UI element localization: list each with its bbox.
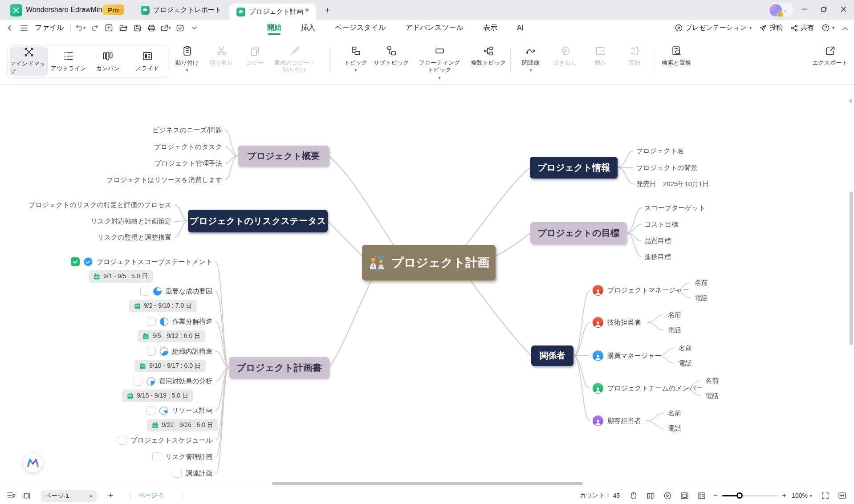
topic-leaf[interactable]: プロジェクト管理手法 bbox=[155, 159, 222, 168]
zoom-slider[interactable] bbox=[722, 492, 777, 499]
tab-insert[interactable]: 挿入 bbox=[301, 20, 315, 36]
presentation-button[interactable]: プレゼンテーション ▾ bbox=[675, 24, 752, 32]
task-date-badge[interactable]: 9/1 - 9/5 : 5.0 日 bbox=[89, 270, 153, 283]
view-outline[interactable]: アウトライン bbox=[49, 47, 88, 76]
checkbox-empty-icon[interactable] bbox=[147, 317, 156, 326]
task-date-badge[interactable]: 9/5 - 9/12 : 6.0 日 bbox=[138, 330, 205, 342]
progress-100-icon[interactable] bbox=[84, 257, 93, 266]
tab-start[interactable]: 開始 bbox=[267, 20, 281, 36]
share-export-icon[interactable]: ▾ bbox=[159, 21, 173, 35]
task-row[interactable]: 調達計画 bbox=[173, 469, 212, 478]
topic-leaf[interactable]: プロジェクトのリスクの特定と評価のプロセス bbox=[28, 201, 171, 209]
collapse-ribbon-icon[interactable] bbox=[842, 24, 848, 32]
checkbox-empty-icon[interactable] bbox=[140, 287, 149, 296]
contact-phone-leaf[interactable]: 電話 bbox=[695, 294, 708, 302]
stakeholder-row[interactable]: 技術担当者 bbox=[593, 317, 641, 328]
vertical-scrollbar[interactable] bbox=[850, 191, 853, 345]
topic-leaf[interactable]: リスクの監視と調整措置 bbox=[97, 233, 171, 242]
back-icon[interactable] bbox=[3, 21, 17, 35]
checkbox-empty-icon[interactable] bbox=[173, 469, 182, 478]
view-kanban[interactable]: カンバン bbox=[89, 47, 127, 76]
branch-node-overview[interactable]: プロジェクト概要 bbox=[238, 146, 329, 166]
progress-37-icon[interactable] bbox=[160, 347, 168, 356]
contact-phone-leaf[interactable]: 電話 bbox=[679, 359, 692, 368]
chevron-down-icon[interactable]: ▾ bbox=[83, 25, 85, 30]
task-row[interactable]: リソース計画 bbox=[146, 406, 212, 415]
tab-view[interactable]: 表示 bbox=[483, 20, 497, 36]
page-tab[interactable]: ページ-1 bbox=[139, 492, 163, 500]
post-button[interactable]: 投稿 bbox=[760, 24, 783, 32]
topic-leaf[interactable]: 進捗目標 bbox=[644, 253, 671, 261]
subtopic-button[interactable]: サブトピック bbox=[370, 45, 413, 66]
collapse-panel-chevron-icon[interactable]: ‹ bbox=[849, 95, 852, 106]
play-presentation-icon[interactable] bbox=[660, 489, 675, 502]
topic-leaf[interactable]: プロジェクト名 bbox=[636, 147, 684, 155]
stakeholder-row[interactable]: プロジェクトチームのメンバー bbox=[593, 383, 703, 394]
fit-window-icon[interactable] bbox=[677, 489, 692, 502]
topic-leaf[interactable]: リスク対応戦略と計画策定 bbox=[91, 217, 171, 226]
task-date-badge[interactable]: 9/22 - 9/26 : 5.0 日 bbox=[147, 419, 218, 431]
new-tab-button[interactable]: + bbox=[321, 4, 333, 16]
contact-phone-leaf[interactable]: 電話 bbox=[668, 326, 681, 334]
topic-leaf[interactable]: 品質目標 bbox=[644, 237, 671, 245]
save-icon[interactable] bbox=[130, 21, 145, 35]
checkbox-empty-icon[interactable] bbox=[152, 452, 161, 461]
task-row[interactable]: 重要な成功要因 bbox=[140, 287, 212, 296]
minimize-button[interactable] bbox=[794, 0, 814, 18]
topic-leaf[interactable]: スコープターゲット bbox=[644, 204, 705, 212]
fit-width-icon[interactable] bbox=[834, 489, 850, 502]
close-button[interactable] bbox=[834, 0, 853, 18]
undo-icon[interactable]: ▾ bbox=[73, 21, 88, 35]
restore-button[interactable] bbox=[814, 0, 834, 18]
mouse-mode-icon[interactable] bbox=[626, 489, 641, 502]
document-tab-plan[interactable]: プロジェクト計画 bbox=[229, 4, 316, 20]
topic-leaf[interactable]: プロジェクトのタスク bbox=[154, 143, 222, 151]
task-row[interactable]: プロジェクトスコープステートメント bbox=[71, 257, 212, 266]
zoom-in-button[interactable]: + bbox=[782, 491, 786, 500]
find-replace-button[interactable]: 検索と置換 bbox=[655, 45, 698, 66]
contact-phone-leaf[interactable]: 電話 bbox=[668, 424, 681, 433]
progress-25-icon[interactable] bbox=[146, 377, 155, 386]
zoom-level[interactable]: 100% ▾ bbox=[792, 492, 812, 499]
branch-node-stakeholders[interactable]: 関係者 bbox=[531, 345, 573, 366]
stakeholder-row[interactable]: 購買マネージャー bbox=[593, 350, 661, 361]
progress-12-icon[interactable] bbox=[159, 406, 168, 415]
task-date-badge[interactable]: 9/15 - 9/19 : 5.0 日 bbox=[122, 390, 193, 402]
view-slide[interactable]: スライド bbox=[128, 47, 167, 76]
task-row[interactable]: 組織内訳構造 bbox=[147, 347, 212, 356]
topic-leaf[interactable]: プロジェクトはリソースを消費します bbox=[106, 176, 222, 184]
central-topic[interactable]: プロジェクト計画 bbox=[362, 245, 496, 280]
fullscreen-icon[interactable] bbox=[817, 489, 833, 502]
zoom-out-button[interactable]: − bbox=[713, 491, 718, 500]
branch-node-risk[interactable]: プロジェクトのリスクステータス bbox=[188, 210, 328, 232]
redo-icon[interactable] bbox=[88, 21, 102, 35]
stakeholder-row[interactable]: 顧客担当者 bbox=[593, 415, 641, 426]
page-map-icon[interactable] bbox=[643, 489, 658, 502]
share-button[interactable]: 共有 bbox=[791, 24, 814, 32]
export-button[interactable]: エクスポート bbox=[809, 45, 851, 66]
branch-node-goals[interactable]: プロジェクトの目標 bbox=[530, 222, 626, 244]
topic-leaf[interactable]: ビジネスのニーズ/問題 bbox=[152, 126, 222, 134]
more-tools-chevron-icon[interactable] bbox=[187, 21, 202, 35]
document-tab-report[interactable]: プロジェクトレポート bbox=[134, 0, 229, 20]
tab-page-style[interactable]: ページスタイル bbox=[335, 20, 386, 36]
help-button[interactable]: ▾ bbox=[822, 24, 834, 32]
branch-node-info[interactable]: プロジェクト情報 bbox=[530, 157, 618, 179]
checkbox-empty-icon[interactable] bbox=[134, 377, 142, 386]
checkbox-empty-icon[interactable] bbox=[118, 436, 126, 445]
zoom-slider-knob[interactable] bbox=[736, 492, 743, 499]
layout-panels-icon[interactable] bbox=[19, 489, 34, 502]
page-selector[interactable]: ページ-1 ▾ bbox=[41, 490, 97, 502]
topic-leaf[interactable]: プロジェクトの背景 bbox=[636, 164, 697, 172]
stakeholder-row[interactable]: プロジェクトマネージャー bbox=[593, 285, 689, 296]
topic-leaf[interactable]: 発売日 2025年10月1日 bbox=[636, 180, 709, 188]
branch-node-plan[interactable]: プロジェクト計画書 bbox=[229, 357, 329, 378]
task-date-badge[interactable]: 9/2 - 9/10 : 7.0 日 bbox=[129, 300, 197, 312]
floating-topic-button[interactable]: フローティングトピック ▼ bbox=[418, 45, 461, 81]
multi-topic-button[interactable]: 複数トピック bbox=[467, 45, 510, 66]
add-page-button[interactable]: + bbox=[108, 491, 113, 500]
horizontal-scrollbar[interactable] bbox=[272, 482, 583, 485]
file-menu[interactable]: ファイル bbox=[35, 23, 64, 33]
contact-name-leaf[interactable]: 名前 bbox=[668, 409, 681, 418]
checkbox-empty-icon[interactable] bbox=[147, 347, 156, 356]
